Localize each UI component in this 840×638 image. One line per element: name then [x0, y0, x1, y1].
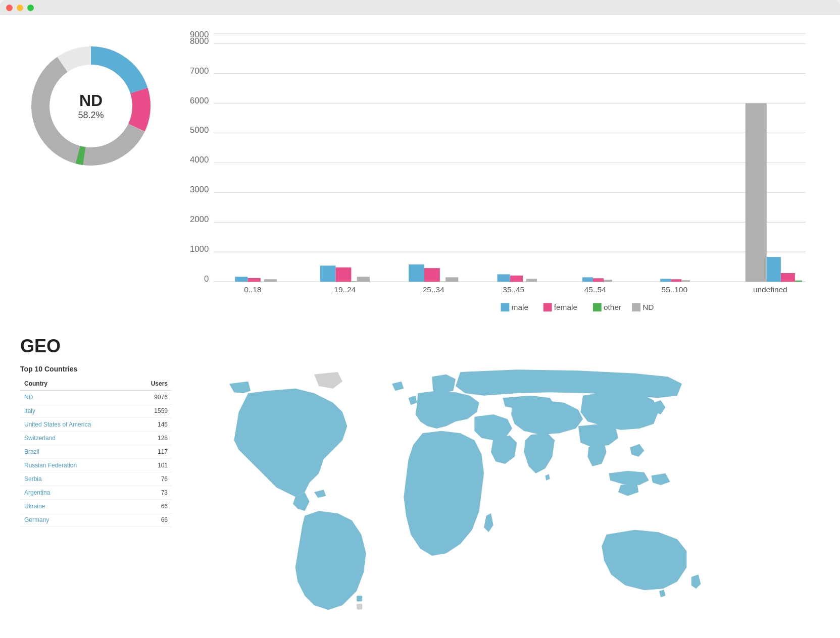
table-row: United States of America145	[20, 418, 172, 432]
svg-text:25..34: 25..34	[423, 285, 444, 294]
svg-text:ND: ND	[643, 303, 654, 311]
svg-rect-27	[248, 278, 261, 282]
svg-rect-68	[357, 596, 362, 602]
table-row: Brazil117	[20, 445, 172, 459]
table-row: Switzerland128	[20, 432, 172, 445]
table-row: ND9076	[20, 391, 172, 404]
bar-chart-svg: 0 1000 2000 3000 4000 5000 6000 7000 800…	[182, 30, 820, 313]
svg-text:male: male	[512, 303, 528, 311]
country-cell: Serbia	[20, 472, 134, 486]
table-title: Top 10 Countries	[20, 365, 172, 373]
svg-rect-52	[681, 280, 690, 282]
svg-text:3000: 3000	[190, 185, 209, 194]
svg-rect-50	[660, 279, 671, 282]
svg-rect-54	[746, 103, 767, 282]
col-users: Users	[134, 377, 172, 391]
table-row: Italy1559	[20, 404, 172, 418]
table-row: Argentina73	[20, 486, 172, 500]
svg-rect-55	[767, 257, 781, 282]
svg-rect-37	[424, 268, 440, 282]
country-cell: Switzerland	[20, 432, 134, 445]
country-table: Country Users ND9076Italy1559United Stat…	[20, 377, 172, 527]
users-cell: 73	[134, 486, 172, 500]
svg-rect-56	[781, 273, 795, 282]
svg-rect-31	[320, 265, 336, 282]
country-table-container: Top 10 Countries Country Users ND9076Ita…	[20, 365, 172, 527]
country-cell: Germany	[20, 513, 134, 527]
svg-rect-57	[795, 281, 802, 282]
donut-wrapper: ND 58.2%	[25, 40, 157, 172]
country-cell: Argentina	[20, 486, 134, 500]
svg-rect-51	[671, 279, 681, 282]
svg-rect-32	[336, 268, 352, 282]
users-cell: 66	[134, 513, 172, 527]
svg-rect-63	[593, 303, 602, 311]
donut-main-label: ND	[78, 91, 104, 110]
svg-rect-42	[510, 276, 523, 282]
svg-rect-59	[501, 303, 510, 311]
country-cell: Italy	[20, 404, 134, 418]
country-cell: ND	[20, 391, 134, 404]
users-cell: 76	[134, 472, 172, 486]
close-button[interactable]	[6, 5, 13, 11]
svg-text:6000: 6000	[190, 96, 209, 105]
main-content: ND 58.2% 0 1000 2000 3000 4000 5000 6000…	[0, 15, 840, 638]
svg-rect-69	[357, 604, 362, 610]
table-row: Serbia76	[20, 472, 172, 486]
svg-text:55..100: 55..100	[662, 285, 687, 294]
country-cell: Brazil	[20, 445, 134, 459]
users-cell: 66	[134, 500, 172, 513]
world-map-container	[192, 365, 820, 638]
table-row: Russian Federation101	[20, 459, 172, 472]
users-cell: 9076	[134, 391, 172, 404]
svg-rect-47	[593, 278, 604, 282]
svg-rect-33	[351, 281, 357, 282]
svg-rect-36	[409, 264, 424, 282]
svg-text:other: other	[604, 303, 621, 311]
app-window: ND 58.2% 0 1000 2000 3000 4000 5000 6000…	[0, 0, 840, 638]
country-cell: Ukraine	[20, 500, 134, 513]
users-cell: 117	[134, 445, 172, 459]
users-cell: 101	[134, 459, 172, 472]
titlebar	[0, 0, 840, 15]
svg-rect-61	[543, 303, 552, 311]
svg-rect-48	[604, 280, 612, 282]
svg-text:19..24: 19..24	[334, 285, 356, 294]
users-cell: 1559	[134, 404, 172, 418]
world-map-svg	[192, 365, 748, 638]
geo-section: GEO Top 10 Countries Country Users ND90	[20, 336, 820, 638]
maximize-button[interactable]	[27, 5, 34, 11]
users-cell: 128	[134, 432, 172, 445]
users-cell: 145	[134, 418, 172, 432]
svg-text:7000: 7000	[190, 66, 209, 76]
svg-rect-65	[632, 303, 640, 311]
svg-text:2000: 2000	[190, 215, 209, 224]
svg-rect-44	[526, 279, 537, 282]
svg-rect-26	[235, 277, 248, 282]
col-country: Country	[20, 377, 134, 391]
svg-text:0: 0	[204, 274, 209, 284]
donut-percentage: 58.2%	[78, 110, 104, 121]
svg-text:5000: 5000	[190, 125, 209, 135]
svg-text:0..18: 0..18	[244, 285, 261, 294]
minimize-button[interactable]	[17, 5, 23, 11]
svg-text:35..45: 35..45	[503, 285, 524, 294]
svg-text:4000: 4000	[190, 155, 209, 165]
svg-rect-39	[446, 277, 458, 282]
table-row: Germany66	[20, 513, 172, 527]
donut-center: ND 58.2%	[78, 91, 104, 121]
geo-content: Top 10 Countries Country Users ND9076Ita…	[20, 365, 820, 638]
svg-text:undefined: undefined	[753, 285, 787, 294]
country-cell: United States of America	[20, 418, 134, 432]
table-row: Ukraine66	[20, 500, 172, 513]
donut-chart: ND 58.2%	[20, 25, 162, 187]
svg-rect-41	[497, 274, 510, 282]
top-section: ND 58.2% 0 1000 2000 3000 4000 5000 6000…	[20, 25, 820, 315]
svg-text:9000: 9000	[190, 30, 209, 39]
geo-title: GEO	[20, 336, 820, 357]
svg-rect-29	[264, 279, 277, 282]
country-cell: Russian Federation	[20, 459, 134, 472]
svg-text:45..54: 45..54	[584, 285, 606, 294]
svg-rect-46	[582, 277, 593, 282]
svg-text:female: female	[554, 303, 577, 311]
